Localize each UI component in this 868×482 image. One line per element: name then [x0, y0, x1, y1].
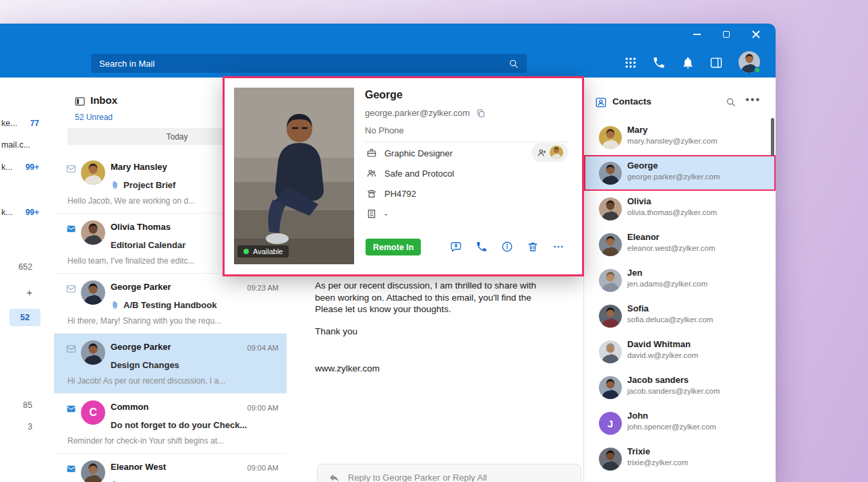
more-actions-button[interactable]	[552, 241, 565, 253]
rail-count-52-selected[interactable]: 52	[9, 309, 40, 326]
search-icon	[726, 97, 736, 107]
reply-input[interactable]: Reply to George Parker or Reply All	[317, 464, 581, 482]
contact-hover-card: Available George george.parker@zylker.co…	[223, 76, 584, 276]
contact-list-item[interactable]: J John john.spencer@zylker.com	[584, 405, 776, 441]
contact-name: Eleanor	[627, 232, 660, 242]
contact-avatar	[599, 340, 622, 363]
contact-list-item[interactable]: Jen jen.adams@zylker.com	[584, 262, 776, 298]
person-add-icon	[537, 148, 547, 158]
availability-label: Available	[253, 247, 283, 255]
email-list-item[interactable]: George Parker 09:23 AM A/B Testing Handb…	[54, 274, 287, 334]
email-subject: A/B Testing Handbook	[123, 300, 216, 310]
card-designation-row: Graphic Designer	[366, 148, 453, 158]
email-preview: Hi there, Mary! Sharing with you the req…	[67, 316, 281, 326]
search-text: Search in Mail	[99, 59, 509, 69]
contact-list-item[interactable]: Mary mary.hansley@zylker.com	[584, 119, 776, 155]
email-sender: Mary Hansley	[111, 162, 167, 172]
panel-toggle-button[interactable]	[710, 56, 723, 69]
app-header: Search in Mail	[0, 24, 776, 78]
organization-icon	[366, 208, 377, 219]
team-icon	[366, 168, 377, 179]
email-sender: George Parker	[111, 282, 171, 292]
close-button[interactable]	[746, 27, 766, 42]
contact-name: Trixie	[627, 446, 650, 456]
folder-label: ke...	[1, 119, 18, 128]
contact-list-item[interactable]: Eleanor eleanor.west@zylker.com	[584, 227, 776, 262]
read-envelope-icon	[66, 284, 76, 294]
card-designation: Graphic Designer	[384, 148, 453, 158]
card-membership-badges[interactable]	[531, 143, 568, 162]
contact-avatar	[599, 305, 622, 328]
email-time: 09:00 AM	[248, 404, 279, 412]
contact-email: sofia.deluca@zylker.com	[627, 315, 713, 324]
briefcase-icon	[366, 148, 377, 158]
sender-avatar	[81, 160, 105, 185]
contact-name: Olivia	[627, 196, 651, 206]
email-list-item[interactable]: Eleanor West 09:00 AM Blog Post Topic Id…	[54, 454, 287, 482]
message-website-link[interactable]: www.zylker.com	[315, 363, 380, 373]
email-list-item-selected[interactable]: George Parker 09:04 AM Design Changes Hi…	[54, 334, 287, 394]
unread-count-label[interactable]: 52 Unread	[75, 113, 113, 122]
delete-button[interactable]	[527, 241, 539, 253]
contacts-more-button[interactable]: •••	[745, 94, 761, 106]
sidebar-folder[interactable]: k... 99+	[0, 162, 42, 172]
contacts-search-button[interactable]	[726, 97, 736, 107]
card-contact-phone: No Phone	[365, 125, 404, 135]
remote-in-button[interactable]: Remote In	[366, 239, 421, 255]
contact-email: jen.adams@zylker.com	[627, 280, 707, 288]
sidebar-folder[interactable]: k... 99+	[0, 208, 42, 217]
contacts-scrollbar[interactable]	[771, 118, 774, 156]
user-avatar[interactable]	[739, 51, 760, 73]
call-contact-button[interactable]	[475, 241, 488, 253]
folder-count: 99+	[26, 162, 39, 172]
read-envelope-icon	[66, 164, 76, 174]
contact-list-item[interactable]: Jacob sanders jacob.sanders@zylker.com	[584, 369, 776, 405]
reading-pane-icon[interactable]	[74, 96, 86, 107]
available-status-dot	[243, 249, 249, 254]
card-team-row: Safe and Protocol	[366, 168, 454, 179]
contact-list-item[interactable]: Trixie trixie@zylker.com	[584, 441, 776, 477]
copy-icon[interactable]	[476, 109, 486, 118]
chat-button[interactable]	[450, 241, 462, 253]
card-extension: PH4792	[384, 189, 416, 199]
minimize-button[interactable]	[687, 27, 707, 42]
sender-avatar	[81, 460, 105, 482]
unread-envelope-icon	[66, 464, 76, 474]
maximize-button[interactable]	[716, 27, 736, 42]
card-team: Safe and Protocol	[384, 169, 454, 179]
desktop: Search in Mail	[0, 0, 868, 482]
contact-avatar	[599, 376, 622, 399]
chat-icon	[450, 241, 462, 253]
card-organization: -	[384, 209, 387, 219]
contact-name: Mary	[627, 125, 647, 135]
search-input[interactable]: Search in Mail	[91, 54, 527, 73]
contact-name: Sofia	[627, 303, 649, 313]
email-sender: Eleanor West	[111, 462, 166, 472]
contact-list-item[interactable]: David Whitman david.w@zylker.com	[584, 334, 776, 369]
search-icon	[509, 59, 519, 69]
notifications-button[interactable]	[681, 56, 695, 69]
contact-email: david.w@zylker.com	[627, 351, 698, 359]
email-sender: Common	[111, 402, 148, 412]
info-button[interactable]	[501, 241, 513, 253]
contact-photo-image	[234, 88, 354, 264]
sender-avatar	[81, 220, 105, 245]
dialpad-button[interactable]	[624, 56, 637, 69]
contact-list-item-selected[interactable]: George george.parker@zylker.com	[584, 155, 776, 191]
email-list-item[interactable]: C Common 09:00 AM Do not forget to do yo…	[54, 394, 287, 454]
contact-avatar	[599, 233, 622, 256]
inbox-title: Inbox	[90, 94, 117, 106]
contact-avatar	[599, 162, 622, 185]
card-email-text: george.parker@zylker.com	[365, 108, 470, 118]
contact-list-item[interactable]: Olivia olivia.thomas@zylker.com	[584, 191, 776, 227]
rail-add-button[interactable]: +	[0, 287, 32, 298]
message-body: As per our recent discussion, I am thril…	[315, 280, 579, 315]
call-button[interactable]	[652, 56, 666, 69]
contact-list-item[interactable]: Sofia sofia.deluca@zylker.com	[584, 298, 776, 334]
contact-email: olivia.thomas@zylker.com	[627, 208, 717, 216]
contact-email: eleanor.west@zylker.com	[627, 244, 716, 252]
phone-icon	[475, 241, 488, 253]
sidebar-folder[interactable]: ke... 77	[0, 119, 42, 128]
sidebar-folder[interactable]: mail.c...	[0, 140, 42, 150]
extension-phone-icon	[366, 188, 377, 199]
